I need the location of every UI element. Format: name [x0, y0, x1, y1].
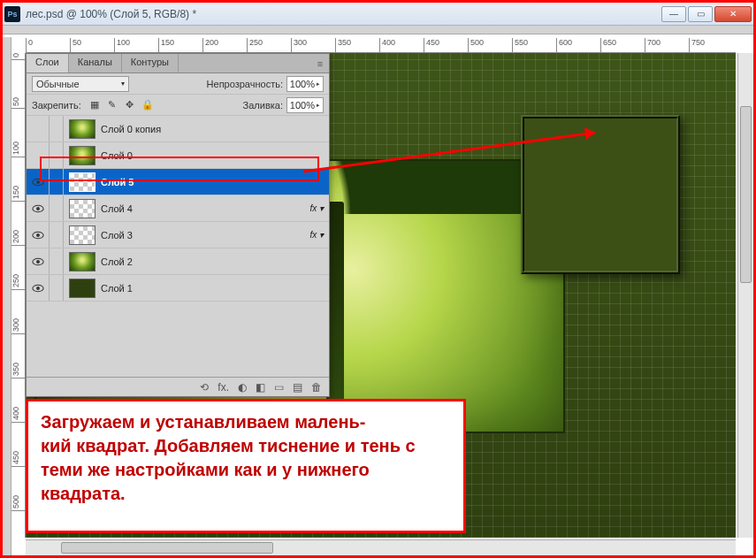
- ruler-tick: 100: [11, 141, 26, 157]
- panel-footer-icon[interactable]: ◐: [238, 381, 247, 394]
- layer-name[interactable]: Слой 0: [101, 150, 304, 161]
- options-bar: [3, 26, 753, 34]
- svg-point-3: [36, 207, 40, 210]
- svg-point-1: [36, 180, 40, 184]
- blend-mode-dropdown[interactable]: Обычные▾: [32, 76, 129, 92]
- visibility-toggle[interactable]: [27, 275, 50, 301]
- ruler-vertical: 050100150200250300350400450500550: [11, 53, 26, 538]
- link-column: [50, 248, 64, 274]
- layer-row-l3[interactable]: Слой 3fx ▾: [27, 222, 329, 248]
- instruction-text: Загружаем и устанавливаем малень-кий ква…: [41, 410, 451, 506]
- tab-layers[interactable]: Слои: [27, 54, 69, 73]
- layer-row-l0c[interactable]: Слой 0 копия: [27, 116, 329, 142]
- layer-row-l5[interactable]: Слой 5: [27, 169, 329, 195]
- maximize-button[interactable]: ▭: [688, 6, 713, 22]
- visibility-toggle[interactable]: [27, 116, 50, 141]
- chevron-down-icon: ▾: [121, 80, 125, 88]
- window-buttons: — ▭ ✕: [661, 6, 752, 22]
- tab-paths[interactable]: Контуры: [122, 54, 179, 73]
- ruler-tick: 300: [11, 318, 26, 334]
- ruler-tick: 250: [11, 274, 26, 290]
- layer-name[interactable]: Слой 3: [101, 230, 304, 241]
- fill-input[interactable]: 100%▸: [286, 97, 324, 113]
- visibility-toggle[interactable]: [27, 195, 50, 221]
- panel-menu-icon[interactable]: ≡: [311, 54, 329, 73]
- layer-name[interactable]: Слой 4: [101, 203, 304, 214]
- lock-option-icon[interactable]: 🔒: [141, 99, 154, 111]
- layer-row-l4[interactable]: Слой 4fx ▾: [27, 195, 329, 222]
- opacity-value: 100%: [290, 79, 315, 89]
- ruler-tick: 50: [70, 38, 81, 52]
- layers-list: Слой 0 копияСлой 0Слой 5Слой 4fx ▾Слой 3…: [27, 116, 329, 302]
- scrollbar-horizontal[interactable]: [26, 539, 736, 555]
- opacity-input[interactable]: 100%▸: [286, 76, 324, 92]
- scrollbar-v-thumb[interactable]: [740, 106, 752, 283]
- ruler-tick: 200: [11, 230, 26, 246]
- panel-footer-icon[interactable]: 🗑: [311, 381, 322, 394]
- lock-option-icon[interactable]: ✥: [124, 99, 136, 111]
- panel-footer: ⟲fx.◐◧▭▤🗑: [27, 377, 329, 396]
- blend-mode-value: Обычные: [36, 79, 80, 89]
- lock-icons: ▦✎✥🔒: [88, 99, 154, 111]
- scrollbar-vertical[interactable]: [737, 53, 753, 538]
- link-column: [50, 142, 64, 168]
- link-column: [50, 195, 64, 221]
- ruler-tick: 500: [468, 38, 484, 52]
- ruler-tick: 50: [11, 97, 26, 109]
- svg-point-9: [36, 287, 40, 290]
- ruler-tick: 150: [158, 38, 174, 52]
- layer-thumbnail[interactable]: [69, 252, 95, 271]
- link-column: [50, 222, 64, 248]
- layer-row-l1[interactable]: Слой 1: [27, 275, 329, 302]
- panel-footer-icon[interactable]: ▭: [274, 381, 284, 394]
- svg-marker-11: [584, 127, 595, 140]
- layer-row-l0[interactable]: Слой 0: [27, 142, 329, 169]
- panel-footer-icon[interactable]: ⟲: [200, 381, 209, 394]
- panel-footer-icon[interactable]: ▤: [293, 381, 302, 394]
- instruction-callout: Загружаем и устанавливаем малень-кий ква…: [26, 399, 466, 533]
- ruler-tick: 750: [689, 38, 705, 52]
- ruler-tick: 400: [379, 38, 395, 52]
- lock-label: Закрепить:: [32, 100, 81, 111]
- layers-empty-area[interactable]: [27, 302, 329, 377]
- panel-footer-icon[interactable]: ◧: [256, 381, 265, 394]
- layer-fx-indicator[interactable]: fx ▾: [304, 203, 329, 213]
- ruler-tick: 300: [291, 38, 307, 52]
- visibility-toggle[interactable]: [27, 169, 50, 195]
- panel-footer-icon[interactable]: fx.: [218, 381, 229, 394]
- layer-thumbnail[interactable]: [69, 146, 95, 165]
- layer-thumbnail[interactable]: [69, 199, 95, 218]
- minimize-button[interactable]: —: [661, 6, 686, 22]
- layer-thumbnail[interactable]: [69, 119, 95, 139]
- ruler-tick: 150: [11, 186, 26, 202]
- layer-thumbnail[interactable]: [69, 279, 95, 298]
- layer-name[interactable]: Слой 5: [101, 177, 304, 187]
- layer-name[interactable]: Слой 0 копия: [101, 124, 304, 134]
- visibility-toggle[interactable]: [27, 248, 50, 274]
- tab-channels[interactable]: Каналы: [69, 54, 122, 73]
- lock-option-icon[interactable]: ▦: [88, 99, 101, 111]
- visibility-toggle[interactable]: [27, 222, 50, 248]
- layer-thumbnail[interactable]: [69, 225, 95, 245]
- ruler-tick: 200: [202, 38, 218, 52]
- panel-tabs: Слои Каналы Контуры ≡: [27, 54, 329, 73]
- layer-name[interactable]: Слой 1: [101, 283, 304, 294]
- svg-line-10: [303, 133, 595, 172]
- layer-thumbnail[interactable]: [69, 172, 95, 192]
- ruler-tick: 450: [11, 451, 26, 467]
- window-title: лес.psd @ 100% (Слой 5, RGB/8) *: [26, 8, 661, 20]
- fill-value: 100%: [290, 100, 315, 111]
- scrollbar-h-thumb[interactable]: [61, 542, 273, 554]
- titlebar: Ps лес.psd @ 100% (Слой 5, RGB/8) * — ▭ …: [3, 3, 753, 26]
- ruler-tick: 350: [335, 38, 351, 52]
- link-column: [50, 116, 64, 141]
- photoshop-icon: Ps: [4, 6, 20, 22]
- tool-strip[interactable]: [3, 37, 11, 555]
- fill-label: Заливка:: [243, 100, 283, 111]
- visibility-toggle[interactable]: [27, 142, 50, 168]
- layer-fx-indicator[interactable]: fx ▾: [304, 230, 329, 240]
- layer-name[interactable]: Слой 2: [101, 256, 304, 267]
- close-button[interactable]: ✕: [714, 6, 752, 22]
- lock-option-icon[interactable]: ✎: [106, 99, 118, 111]
- layer-row-l2[interactable]: Слой 2: [27, 248, 329, 275]
